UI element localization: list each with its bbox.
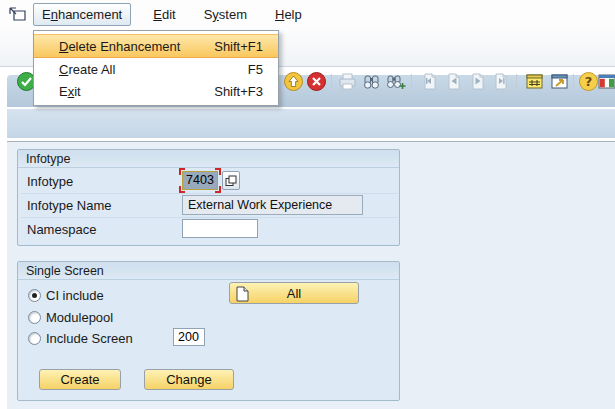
find-next-icon[interactable] bbox=[385, 71, 406, 92]
infotype-input[interactable]: 7403 bbox=[182, 171, 218, 190]
change-button[interactable]: Change bbox=[144, 369, 234, 390]
ci-include-radio-row: CI include bbox=[28, 288, 104, 303]
menu-item-exit[interactable]: Exit Shift+F3 bbox=[34, 80, 278, 102]
row-divider bbox=[21, 193, 398, 194]
new-session-icon[interactable] bbox=[524, 71, 545, 92]
content-area: Infotype Infotype 7403 Infotype Name Ext… bbox=[7, 141, 615, 409]
focus-corner bbox=[179, 186, 185, 193]
document-icon bbox=[236, 286, 249, 305]
application-toolbar bbox=[7, 109, 615, 138]
infotype-name-label: Infotype Name bbox=[27, 198, 112, 213]
menu-system[interactable]: System bbox=[196, 4, 255, 25]
single-screen-group: Single Screen CI include All Modulepool … bbox=[17, 261, 400, 401]
focus-corner bbox=[215, 168, 221, 175]
infotype-group: Infotype Infotype 7403 Infotype Name Ext… bbox=[17, 149, 400, 246]
create-shortcut-icon[interactable] bbox=[549, 71, 570, 92]
first-page-icon bbox=[419, 71, 440, 92]
menu-edit[interactable]: Edit bbox=[145, 4, 183, 25]
toolbar-separator bbox=[331, 74, 332, 89]
modulepool-radio-row: Modulepool bbox=[28, 310, 113, 325]
shortcut-label: F5 bbox=[248, 62, 263, 77]
print-icon bbox=[337, 71, 358, 92]
focus-corner bbox=[215, 186, 221, 193]
modulepool-radio[interactable] bbox=[28, 311, 41, 324]
include-screen-radio[interactable] bbox=[28, 332, 41, 345]
infotype-label: Infotype bbox=[27, 174, 73, 189]
find-icon[interactable] bbox=[361, 71, 382, 92]
last-page-icon bbox=[490, 71, 511, 92]
next-page-icon bbox=[467, 71, 488, 92]
include-screen-input[interactable] bbox=[173, 328, 205, 346]
previous-page-icon bbox=[443, 71, 464, 92]
help-icon[interactable]: ? bbox=[578, 71, 599, 92]
modulepool-label: Modulepool bbox=[46, 310, 113, 325]
cancel-icon[interactable] bbox=[306, 71, 327, 92]
row-divider bbox=[21, 217, 398, 218]
shortcut-label: Shift+F1 bbox=[214, 39, 263, 54]
svg-text:?: ? bbox=[585, 74, 593, 89]
menu-item-create-all[interactable]: Create All F5 bbox=[34, 58, 278, 80]
toolbar-separator bbox=[516, 74, 517, 89]
namespace-label: Namespace bbox=[27, 222, 96, 237]
ci-include-radio[interactable] bbox=[28, 289, 41, 302]
infotype-name-field: External Work Experience bbox=[182, 195, 363, 215]
enhancement-menu-dropdown: Delete Enhancement Shift+F1 Create All F… bbox=[33, 30, 279, 106]
toolbar-separator bbox=[411, 74, 412, 89]
focus-corner bbox=[179, 168, 185, 175]
all-button[interactable]: All bbox=[229, 282, 359, 304]
customize-layout-icon[interactable] bbox=[597, 71, 615, 92]
menu-help[interactable]: Help bbox=[267, 4, 310, 25]
menu-item-delete-enhancement[interactable]: Delete Enhancement Shift+F1 bbox=[34, 34, 278, 58]
create-button[interactable]: Create bbox=[39, 369, 121, 390]
namespace-input[interactable] bbox=[182, 219, 258, 238]
single-screen-group-title: Single Screen bbox=[18, 262, 399, 280]
ci-include-label: CI include bbox=[46, 288, 104, 303]
include-screen-radio-row: Include Screen bbox=[28, 331, 133, 346]
menu-enhancement[interactable]: Enhancement bbox=[33, 3, 131, 26]
shortcut-label: Shift+F3 bbox=[214, 84, 263, 99]
toolbar-separator bbox=[573, 74, 574, 89]
system-menu-icon[interactable] bbox=[8, 6, 28, 23]
include-screen-label: Include Screen bbox=[46, 331, 133, 346]
infotype-group-title: Infotype bbox=[18, 150, 399, 168]
matchcode-button[interactable] bbox=[222, 171, 240, 190]
exit-icon[interactable] bbox=[283, 71, 304, 92]
menu-bar: Enhancement Edit System Help bbox=[0, 0, 615, 30]
copy-squares-icon bbox=[225, 175, 237, 187]
